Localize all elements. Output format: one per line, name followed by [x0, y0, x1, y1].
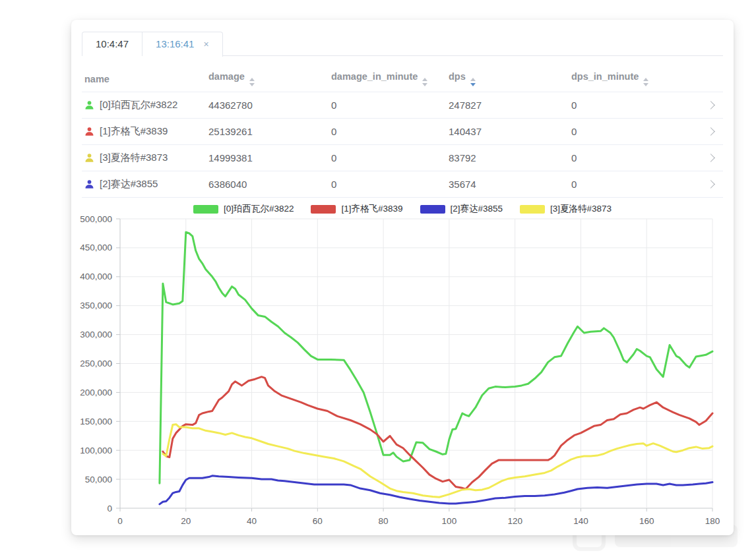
svg-text:60: 60: [313, 516, 323, 526]
sort-carets-icon[interactable]: [470, 78, 476, 86]
svg-text:20: 20: [181, 516, 191, 526]
column-dps-in-minute[interactable]: dps_in_minute: [569, 71, 697, 86]
svg-text:100,000: 100,000: [80, 446, 112, 455]
damage-value: 14999381: [206, 152, 329, 163]
svg-text:300,000: 300,000: [80, 330, 112, 339]
dps-value: 140437: [446, 126, 569, 137]
legend-item[interactable]: [3]夏洛特#3873: [520, 203, 612, 215]
sort-carets-icon[interactable]: [643, 78, 648, 86]
legend-label: [2]赛达#3855: [451, 203, 503, 215]
svg-text:100: 100: [442, 516, 457, 526]
svg-text:50,000: 50,000: [85, 475, 112, 484]
column-name: name: [82, 74, 206, 84]
damage-value: 44362780: [206, 100, 329, 111]
player-name: [1]齐格飞#3839: [100, 125, 168, 138]
table-row[interactable]: [1]齐格飞#3839 25139261 0 140437 0: [82, 119, 723, 145]
svg-text:160: 160: [639, 516, 654, 526]
player-name: [2]赛达#3855: [100, 178, 158, 190]
table-row[interactable]: [2]赛达#3855 6386040 0 35674 0: [82, 171, 723, 198]
dps-in-minute-value: 0: [569, 152, 697, 163]
legend-label: [0]珀西瓦尔#3822: [224, 203, 294, 215]
svg-text:0: 0: [117, 516, 123, 526]
svg-text:120: 120: [507, 516, 522, 526]
damage-in-minute-value: 0: [329, 126, 446, 137]
table-header: name damage damage_in_minute dps dps_in_…: [82, 66, 723, 92]
player-icon: [84, 153, 94, 163]
dps-value: 35674: [446, 179, 569, 190]
tab-label: 13:16:41: [156, 38, 194, 49]
player-table: name damage damage_in_minute dps dps_in_…: [82, 66, 723, 198]
dps-in-minute-value: 0: [569, 126, 697, 137]
table-row[interactable]: [0]珀西瓦尔#3822 44362780 0 247827 0: [82, 92, 723, 119]
svg-text:350,000: 350,000: [80, 301, 112, 310]
table-row[interactable]: [3]夏洛特#3873 14999381 0 83792 0: [82, 145, 723, 171]
chart-legend: [0]珀西瓦尔#3822 [1]齐格飞#3839 [2]赛达#3855 [3]夏…: [71, 203, 734, 215]
tab-encounter-1[interactable]: 10:4:47: [82, 32, 142, 56]
svg-text:500,000: 500,000: [80, 215, 112, 224]
sort-carets-icon[interactable]: [249, 78, 255, 86]
tab-encounter-2[interactable]: 13:16:41 ×: [142, 32, 223, 57]
dps-value: 247827: [446, 100, 569, 111]
player-name: [0]珀西瓦尔#3822: [100, 99, 177, 111]
dps-in-minute-value: 0: [569, 100, 697, 111]
column-damage-in-minute[interactable]: damage_in_minute: [329, 71, 446, 86]
legend-swatch: [311, 205, 336, 214]
tab-label: 10:4:47: [96, 38, 129, 49]
svg-text:250,000: 250,000: [80, 359, 112, 368]
player-icon: [84, 100, 94, 110]
tab-close-icon[interactable]: ×: [204, 32, 209, 56]
column-damage[interactable]: damage: [206, 71, 329, 86]
damage-in-minute-value: 0: [329, 100, 446, 111]
svg-text:150,000: 150,000: [80, 417, 112, 426]
damage-value: 6386040: [206, 179, 329, 190]
svg-text:180: 180: [705, 516, 720, 526]
svg-text:80: 80: [379, 516, 389, 526]
dps-analyzer-card: 10:4:47 13:16:41 × name damage damage_in…: [71, 20, 734, 535]
svg-text:450,000: 450,000: [80, 243, 112, 252]
legend-swatch: [520, 205, 545, 214]
damage-in-minute-value: 0: [329, 152, 446, 163]
row-expand-chevron-icon[interactable]: [707, 127, 715, 136]
row-expand-chevron-icon[interactable]: [707, 180, 715, 189]
svg-text:40: 40: [247, 516, 257, 526]
legend-item[interactable]: [1]齐格飞#3839: [311, 203, 402, 215]
legend-swatch: [420, 205, 445, 214]
row-expand-chevron-icon[interactable]: [707, 154, 715, 162]
legend-label: [3]夏洛特#3873: [550, 203, 612, 215]
sort-carets-icon[interactable]: [422, 78, 427, 86]
dps-in-minute-value: 0: [569, 179, 697, 190]
player-icon: [84, 179, 94, 189]
svg-text:200,000: 200,000: [80, 388, 112, 397]
damage-value: 25139261: [206, 126, 329, 137]
legend-item[interactable]: [0]珀西瓦尔#3822: [193, 203, 294, 215]
legend-item[interactable]: [2]赛达#3855: [420, 203, 503, 215]
player-icon: [84, 127, 94, 136]
player-name: [3]夏洛特#3873: [100, 152, 168, 164]
legend-swatch: [193, 205, 218, 214]
svg-text:0: 0: [107, 504, 112, 513]
legend-label: [1]齐格飞#3839: [341, 203, 402, 215]
dps-line-chart: 050,000100,000150,000200,000250,000300,0…: [78, 215, 722, 529]
svg-text:140: 140: [573, 516, 588, 526]
row-expand-chevron-icon[interactable]: [707, 101, 715, 109]
column-dps[interactable]: dps: [446, 71, 569, 86]
dps-value: 83792: [446, 152, 569, 163]
damage-in-minute-value: 0: [329, 179, 446, 190]
svg-text:400,000: 400,000: [80, 272, 112, 281]
tab-bar: 10:4:47 13:16:41 ×: [82, 32, 723, 56]
